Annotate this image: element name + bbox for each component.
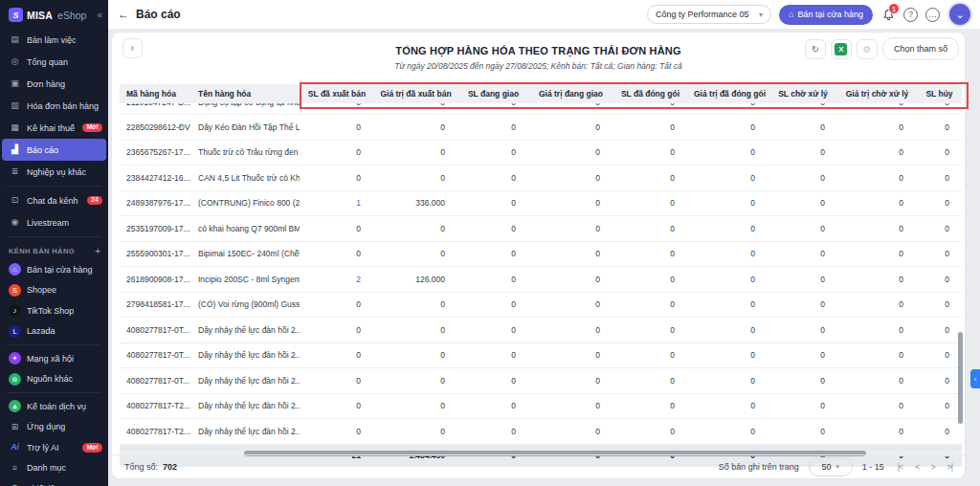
new-badge: Mới — [82, 123, 102, 133]
sidebar-item-workspace[interactable]: ▤Bàn làm việc — [0, 29, 108, 51]
vertical-scrollbar-thumb[interactable] — [958, 332, 963, 424]
value-cell: 0 — [528, 299, 612, 309]
page-size-select[interactable]: 50 ▾ — [809, 457, 853, 476]
add-channel-icon[interactable]: + — [95, 246, 100, 256]
sidebar-item-catalog[interactable]: ≡Danh mục — [0, 458, 108, 479]
report-card: ‖ TỔNG HỢP HÀNG HÓA THEO TRẠNG THÁI ĐƠN … — [112, 33, 965, 478]
column-header[interactable]: Giá trị đã đóng gói — [687, 89, 768, 99]
value-cell: 0 — [373, 299, 457, 309]
sidebar-item-tiktok-shop[interactable]: ♪TikTok Shop — [0, 300, 108, 321]
product-name-cell: Dây nhảy thể lực đàn hồi 2.... — [191, 376, 300, 386]
report-settings-button[interactable]: ⚙ — [857, 39, 878, 59]
value-cell: 0 — [373, 103, 457, 107]
value-cell: 0 — [687, 198, 768, 208]
value-cell: 0 — [612, 122, 687, 132]
sidebar-group: ▤Bàn làm việc◎Tổng quan▣Đơn hàng▥Hóa đơn… — [0, 29, 108, 183]
column-header[interactable]: SL đã đóng gói — [612, 89, 687, 99]
excel-icon: X — [835, 43, 847, 55]
value-cell: 0 — [528, 376, 612, 386]
value-cell: 0 — [916, 376, 962, 386]
sidebar-item-ai-assistant[interactable]: AiTrợ lý AIMới — [0, 437, 108, 458]
sidebar-item-other-sources[interactable]: ⊚Nguồn khác — [0, 369, 108, 390]
table-row[interactable]: 2489387976-17...(CONTRUNG) Finico 800 (2… — [120, 191, 962, 217]
notifications-button[interactable]: 1 — [880, 7, 896, 22]
value-cell: 0 — [612, 198, 687, 208]
table-row[interactable]: 4080277817-0T...Dây nhảy thể lực đàn hồi… — [120, 318, 962, 343]
table-row[interactable]: 4080277817-0T...Dây nhảy thể lực đàn hồi… — [120, 368, 962, 394]
value-cell: 0 — [687, 275, 768, 284]
back-arrow-icon[interactable]: ← — [118, 8, 129, 21]
chevron-left-icon: ‹ — [974, 375, 977, 384]
table-row[interactable]: 2555900301-17...Bipimai 150EC- 240ml (Ch… — [120, 242, 962, 268]
sidebar-item-omnichannel-chat[interactable]: ⊡Chat đa kênh24 — [0, 189, 108, 211]
sidebar-item-overview[interactable]: ◎Tổng quan — [0, 51, 108, 73]
table-row[interactable]: 4080277817-0T...Dây nhảy thể lực đàn hồi… — [120, 343, 962, 369]
table-row[interactable]: 2535197009-17...cỏ khai hoang Q7 900ml B… — [120, 216, 962, 242]
sidebar-item-label: Chat đa kênh — [27, 196, 78, 206]
sidebar-item-sales-invoice[interactable]: ▥Hóa đơn bán hàng — [0, 95, 108, 117]
quantity-link[interactable]: 2 — [300, 275, 373, 284]
column-header[interactable]: Giá trị đã xuất bán — [373, 89, 457, 99]
value-cell: 0 — [612, 173, 687, 183]
sidebar-item-reports[interactable]: ▟Báo cáo — [2, 139, 106, 161]
next-page-icon[interactable]: > — [931, 462, 935, 472]
livestream-icon: ◉ — [9, 216, 21, 229]
column-header[interactable]: Tên hàng hóa — [191, 89, 300, 99]
sidebar-item-store-channel[interactable]: ⌂Bán tại cửa hàng — [0, 259, 108, 280]
sidebar-item-label: Nghiệp vụ khác — [27, 167, 86, 177]
sidebar-collapse-icon[interactable]: « — [97, 10, 102, 20]
more-options-button[interactable]: … — [925, 8, 940, 22]
table-row[interactable]: 4080277817-T2...Dây nhảy thể lực đàn hồi… — [120, 394, 962, 420]
table-row[interactable]: 22850298612-ĐVDây Kéo Đàn Hồi Tập Thể L.… — [120, 115, 962, 141]
sell-at-store-button[interactable]: ⌂ Bán tại cửa hàng — [779, 5, 873, 25]
value-cell: 0 — [457, 224, 528, 233]
sidebar-item-tax-declaration[interactable]: ▦Kê khai thuếMới — [0, 117, 108, 139]
sidebar-item-orders[interactable]: ▣Đơn hàng — [0, 73, 108, 95]
sidebar-divider — [8, 344, 100, 345]
prev-page-icon[interactable]: < — [915, 462, 919, 472]
column-header[interactable]: SL hủy — [916, 89, 962, 99]
choose-parameters-button[interactable]: Chọn tham số — [882, 37, 959, 60]
sidebar-item-accounting-service[interactable]: ▲Kế toán dịch vụ — [0, 396, 108, 417]
value-cell: 0 — [300, 350, 373, 360]
misa-logo-icon: S — [9, 8, 23, 22]
column-header[interactable]: SL đang giao — [457, 89, 528, 99]
sidebar-item-settings[interactable]: ⚙Thiết lập — [0, 478, 108, 486]
table-row[interactable]: 21101047247-Đ...Dụng cụ tập cơ bụng tại … — [120, 103, 962, 115]
sidebar-item-other-operations[interactable]: ≣Nghiệp vụ khác — [0, 161, 108, 183]
value-cell: 0 — [687, 376, 768, 386]
help-button[interactable]: ? — [903, 8, 918, 22]
value-cell: 0 — [768, 198, 837, 208]
column-header[interactable]: SL chờ xử lý — [768, 89, 837, 99]
value-cell: 0 — [687, 325, 768, 335]
sidebar-item-lazada[interactable]: LLazada — [0, 321, 108, 342]
column-header[interactable]: Mã hàng hóa — [120, 89, 191, 99]
sidebar-item-label: Hóa đơn bán hàng — [27, 101, 99, 111]
company-selector[interactable]: Công ty Performance 05 ▾ — [647, 5, 771, 24]
column-header[interactable]: SL đã xuất bán — [300, 89, 373, 99]
table-row[interactable]: 2384427412-16...CAN 4,5 Lit Thuốc trừ cỏ… — [120, 166, 962, 191]
sidebar-item-social-network[interactable]: ✦Mạng xã hội — [0, 348, 108, 369]
sidebar-item-livestream[interactable]: ◉Livestream — [0, 211, 108, 233]
quantity-link[interactable]: 1 — [300, 198, 373, 208]
value-cell: 0 — [373, 376, 457, 386]
refresh-button[interactable]: ↻ — [805, 39, 826, 59]
user-avatar-menu[interactable]: ⌄ — [947, 2, 972, 27]
value-cell: 0 — [837, 325, 916, 335]
sidebar-item-apps[interactable]: ⊞Ứng dụng — [0, 417, 108, 438]
table-row[interactable]: 4080277817-T2...Dây nhảy thể lực đàn hồi… — [120, 419, 962, 445]
column-header[interactable]: Giá trị chờ xử lý — [837, 89, 916, 99]
social-network-icon: ✦ — [9, 352, 21, 364]
table-row[interactable]: 2798418581-17...(CỎ) Voi rừng (900ml) Gu… — [120, 293, 962, 319]
table-row[interactable]: 2618900908-17...Incipio 200SC - 8ml Syng… — [120, 267, 962, 293]
table-row[interactable]: 2365675267-17...Thuốc trừ cỏ Trâu rừng đ… — [120, 141, 962, 166]
product-name-cell: cỏ khai hoang Q7 900ml BM... — [191, 224, 300, 233]
sidebar-item-shopee[interactable]: SShopee — [0, 280, 108, 301]
last-page-icon[interactable]: >| — [947, 462, 952, 472]
panel-expand-tab[interactable]: ‹ — [970, 369, 980, 388]
first-page-icon[interactable]: |< — [898, 462, 902, 472]
product-code-cell: 4080277817-0T... — [120, 350, 191, 360]
export-excel-button[interactable]: X — [831, 39, 852, 59]
value-cell: 0 — [528, 122, 612, 132]
column-header[interactable]: Giá trị đang giao — [528, 89, 612, 99]
